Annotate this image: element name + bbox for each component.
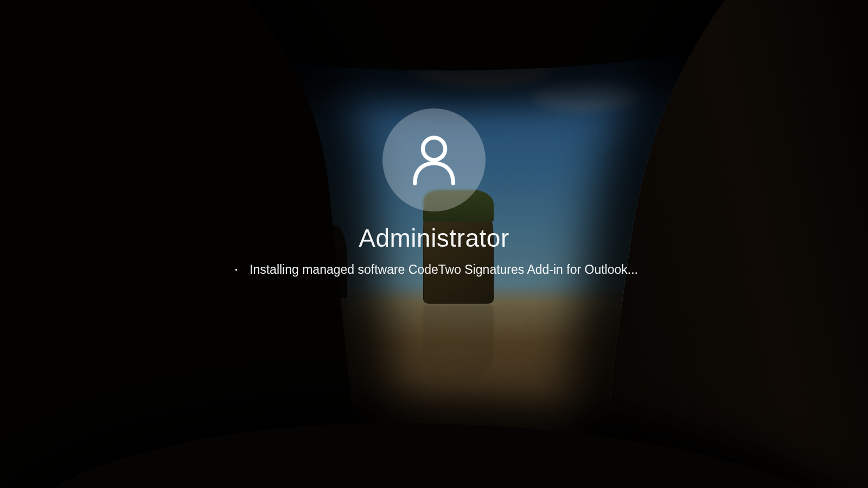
status-line: Installing managed software CodeTwo Sign… bbox=[230, 262, 638, 277]
login-panel: Administrator Installing managed softwar… bbox=[230, 108, 638, 277]
user-icon bbox=[407, 132, 461, 188]
status-message: Installing managed software CodeTwo Sign… bbox=[250, 262, 638, 277]
user-avatar bbox=[382, 108, 486, 211]
svg-point-0 bbox=[423, 138, 445, 160]
username-label: Administrator bbox=[359, 223, 509, 253]
spinner-icon bbox=[230, 264, 242, 276]
